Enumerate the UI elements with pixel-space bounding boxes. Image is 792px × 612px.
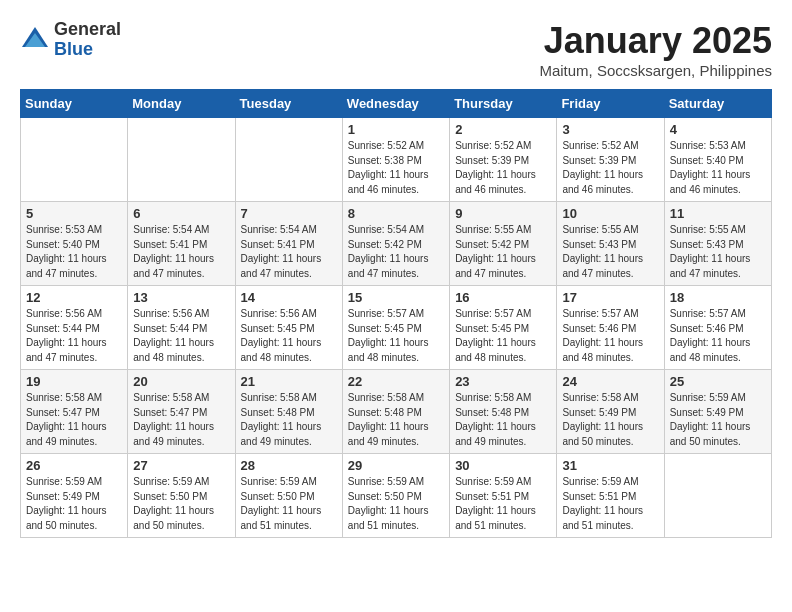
day-number: 4 [670, 122, 766, 137]
table-row: 16Sunrise: 5:57 AM Sunset: 5:45 PM Dayli… [450, 286, 557, 370]
day-info: Sunrise: 5:59 AM Sunset: 5:50 PM Dayligh… [133, 475, 229, 533]
calendar-week-row: 12Sunrise: 5:56 AM Sunset: 5:44 PM Dayli… [21, 286, 772, 370]
day-info: Sunrise: 5:56 AM Sunset: 5:45 PM Dayligh… [241, 307, 337, 365]
table-row: 30Sunrise: 5:59 AM Sunset: 5:51 PM Dayli… [450, 454, 557, 538]
day-info: Sunrise: 5:58 AM Sunset: 5:47 PM Dayligh… [133, 391, 229, 449]
day-info: Sunrise: 5:52 AM Sunset: 5:39 PM Dayligh… [455, 139, 551, 197]
day-number: 20 [133, 374, 229, 389]
day-info: Sunrise: 5:57 AM Sunset: 5:45 PM Dayligh… [455, 307, 551, 365]
table-row [21, 118, 128, 202]
day-info: Sunrise: 5:59 AM Sunset: 5:49 PM Dayligh… [670, 391, 766, 449]
day-number: 22 [348, 374, 444, 389]
table-row: 28Sunrise: 5:59 AM Sunset: 5:50 PM Dayli… [235, 454, 342, 538]
day-number: 28 [241, 458, 337, 473]
table-row: 14Sunrise: 5:56 AM Sunset: 5:45 PM Dayli… [235, 286, 342, 370]
table-row: 20Sunrise: 5:58 AM Sunset: 5:47 PM Dayli… [128, 370, 235, 454]
day-info: Sunrise: 5:55 AM Sunset: 5:43 PM Dayligh… [670, 223, 766, 281]
location: Maitum, Soccsksargen, Philippines [539, 62, 772, 79]
day-number: 29 [348, 458, 444, 473]
day-info: Sunrise: 5:59 AM Sunset: 5:50 PM Dayligh… [241, 475, 337, 533]
day-info: Sunrise: 5:58 AM Sunset: 5:49 PM Dayligh… [562, 391, 658, 449]
calendar-table: SundayMondayTuesdayWednesdayThursdayFrid… [20, 89, 772, 538]
day-number: 26 [26, 458, 122, 473]
day-info: Sunrise: 5:57 AM Sunset: 5:46 PM Dayligh… [670, 307, 766, 365]
table-row: 23Sunrise: 5:58 AM Sunset: 5:48 PM Dayli… [450, 370, 557, 454]
table-row: 15Sunrise: 5:57 AM Sunset: 5:45 PM Dayli… [342, 286, 449, 370]
logo: General Blue [20, 20, 121, 60]
day-info: Sunrise: 5:59 AM Sunset: 5:50 PM Dayligh… [348, 475, 444, 533]
weekday-header: Saturday [664, 90, 771, 118]
day-number: 25 [670, 374, 766, 389]
month-title: January 2025 [539, 20, 772, 62]
table-row: 31Sunrise: 5:59 AM Sunset: 5:51 PM Dayli… [557, 454, 664, 538]
table-row: 18Sunrise: 5:57 AM Sunset: 5:46 PM Dayli… [664, 286, 771, 370]
day-number: 17 [562, 290, 658, 305]
table-row: 5Sunrise: 5:53 AM Sunset: 5:40 PM Daylig… [21, 202, 128, 286]
day-info: Sunrise: 5:56 AM Sunset: 5:44 PM Dayligh… [26, 307, 122, 365]
day-number: 10 [562, 206, 658, 221]
day-number: 18 [670, 290, 766, 305]
calendar-week-row: 1Sunrise: 5:52 AM Sunset: 5:38 PM Daylig… [21, 118, 772, 202]
day-info: Sunrise: 5:59 AM Sunset: 5:49 PM Dayligh… [26, 475, 122, 533]
logo-blue: Blue [54, 40, 121, 60]
table-row: 27Sunrise: 5:59 AM Sunset: 5:50 PM Dayli… [128, 454, 235, 538]
day-info: Sunrise: 5:59 AM Sunset: 5:51 PM Dayligh… [562, 475, 658, 533]
logo-text: General Blue [54, 20, 121, 60]
day-number: 31 [562, 458, 658, 473]
table-row: 12Sunrise: 5:56 AM Sunset: 5:44 PM Dayli… [21, 286, 128, 370]
day-number: 19 [26, 374, 122, 389]
day-number: 14 [241, 290, 337, 305]
table-row: 24Sunrise: 5:58 AM Sunset: 5:49 PM Dayli… [557, 370, 664, 454]
table-row: 10Sunrise: 5:55 AM Sunset: 5:43 PM Dayli… [557, 202, 664, 286]
calendar-week-row: 5Sunrise: 5:53 AM Sunset: 5:40 PM Daylig… [21, 202, 772, 286]
table-row: 11Sunrise: 5:55 AM Sunset: 5:43 PM Dayli… [664, 202, 771, 286]
day-info: Sunrise: 5:55 AM Sunset: 5:43 PM Dayligh… [562, 223, 658, 281]
table-row [128, 118, 235, 202]
day-number: 3 [562, 122, 658, 137]
day-number: 12 [26, 290, 122, 305]
table-row: 22Sunrise: 5:58 AM Sunset: 5:48 PM Dayli… [342, 370, 449, 454]
title-block: January 2025 Maitum, Soccsksargen, Phili… [539, 20, 772, 79]
table-row: 13Sunrise: 5:56 AM Sunset: 5:44 PM Dayli… [128, 286, 235, 370]
table-row: 2Sunrise: 5:52 AM Sunset: 5:39 PM Daylig… [450, 118, 557, 202]
day-info: Sunrise: 5:58 AM Sunset: 5:48 PM Dayligh… [348, 391, 444, 449]
table-row [235, 118, 342, 202]
day-number: 9 [455, 206, 551, 221]
weekday-header: Friday [557, 90, 664, 118]
table-row: 3Sunrise: 5:52 AM Sunset: 5:39 PM Daylig… [557, 118, 664, 202]
calendar-body: 1Sunrise: 5:52 AM Sunset: 5:38 PM Daylig… [21, 118, 772, 538]
day-number: 13 [133, 290, 229, 305]
day-number: 1 [348, 122, 444, 137]
calendar-week-row: 19Sunrise: 5:58 AM Sunset: 5:47 PM Dayli… [21, 370, 772, 454]
page-header: General Blue January 2025 Maitum, Soccsk… [20, 20, 772, 79]
table-row: 26Sunrise: 5:59 AM Sunset: 5:49 PM Dayli… [21, 454, 128, 538]
calendar-header: SundayMondayTuesdayWednesdayThursdayFrid… [21, 90, 772, 118]
day-number: 30 [455, 458, 551, 473]
table-row: 6Sunrise: 5:54 AM Sunset: 5:41 PM Daylig… [128, 202, 235, 286]
weekday-header: Wednesday [342, 90, 449, 118]
day-number: 5 [26, 206, 122, 221]
table-row: 7Sunrise: 5:54 AM Sunset: 5:41 PM Daylig… [235, 202, 342, 286]
day-info: Sunrise: 5:59 AM Sunset: 5:51 PM Dayligh… [455, 475, 551, 533]
day-number: 21 [241, 374, 337, 389]
day-info: Sunrise: 5:54 AM Sunset: 5:41 PM Dayligh… [133, 223, 229, 281]
day-info: Sunrise: 5:52 AM Sunset: 5:38 PM Dayligh… [348, 139, 444, 197]
day-info: Sunrise: 5:58 AM Sunset: 5:47 PM Dayligh… [26, 391, 122, 449]
weekday-header: Thursday [450, 90, 557, 118]
day-info: Sunrise: 5:57 AM Sunset: 5:46 PM Dayligh… [562, 307, 658, 365]
table-row: 19Sunrise: 5:58 AM Sunset: 5:47 PM Dayli… [21, 370, 128, 454]
day-info: Sunrise: 5:54 AM Sunset: 5:42 PM Dayligh… [348, 223, 444, 281]
table-row: 1Sunrise: 5:52 AM Sunset: 5:38 PM Daylig… [342, 118, 449, 202]
table-row: 9Sunrise: 5:55 AM Sunset: 5:42 PM Daylig… [450, 202, 557, 286]
logo-general: General [54, 20, 121, 40]
day-info: Sunrise: 5:58 AM Sunset: 5:48 PM Dayligh… [455, 391, 551, 449]
day-info: Sunrise: 5:54 AM Sunset: 5:41 PM Dayligh… [241, 223, 337, 281]
day-number: 2 [455, 122, 551, 137]
day-number: 7 [241, 206, 337, 221]
day-number: 11 [670, 206, 766, 221]
table-row [664, 454, 771, 538]
table-row: 4Sunrise: 5:53 AM Sunset: 5:40 PM Daylig… [664, 118, 771, 202]
table-row: 8Sunrise: 5:54 AM Sunset: 5:42 PM Daylig… [342, 202, 449, 286]
day-number: 27 [133, 458, 229, 473]
day-info: Sunrise: 5:56 AM Sunset: 5:44 PM Dayligh… [133, 307, 229, 365]
